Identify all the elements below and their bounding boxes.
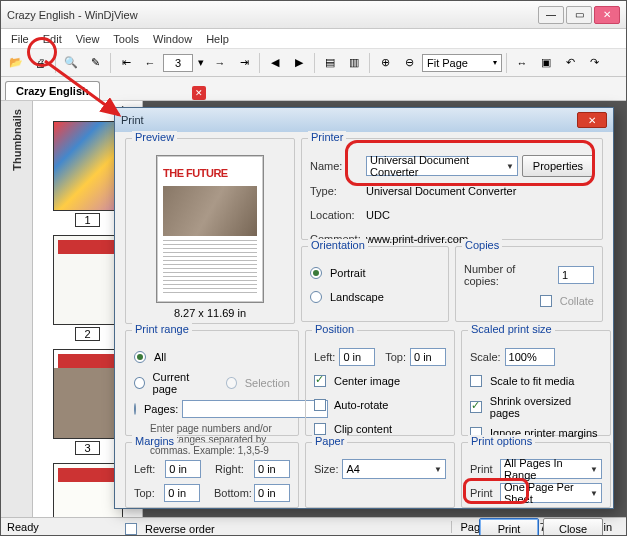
legend-printer: Printer	[308, 131, 346, 143]
radio-pages[interactable]	[134, 403, 136, 415]
group-copies: Copies Number of copies: Collate	[455, 246, 603, 322]
select-icon[interactable]: ✎	[84, 52, 106, 74]
radio-selection	[226, 377, 237, 389]
group-margins: Margins Left:Right: Top:Bottom:	[125, 442, 299, 508]
layout-continuous-icon[interactable]: ▤	[319, 52, 341, 74]
sidebar-tab-thumbnails[interactable]: Thumbnails	[9, 101, 25, 179]
legend-options: Print options	[468, 435, 535, 447]
margin-right-input[interactable]	[254, 460, 290, 478]
find-icon[interactable]: 🔍	[60, 52, 82, 74]
close-button[interactable]: ✕	[594, 6, 620, 24]
first-page-icon[interactable]: ⇤	[115, 52, 137, 74]
zoom-out-icon[interactable]: ⊖	[398, 52, 420, 74]
check-fitmedia[interactable]	[470, 375, 482, 387]
rotate-right-icon[interactable]: ↷	[583, 52, 605, 74]
page-input[interactable]	[163, 54, 193, 72]
print-button[interactable]: Print	[479, 518, 539, 536]
print-dialog: Print ✕ Preview THE FUTURE 8.27 x 11.69 …	[114, 107, 614, 509]
legend-preview: Preview	[132, 131, 177, 143]
printer-name-select[interactable]: Universal Document Converter▼	[366, 156, 518, 176]
status-ready: Ready	[7, 521, 39, 533]
tab-close-icon[interactable]: ✕	[192, 86, 206, 100]
group-preview: Preview THE FUTURE 8.27 x 11.69 in	[125, 138, 295, 324]
menu-tools[interactable]: Tools	[107, 31, 145, 47]
printer-type-label: Type:	[310, 185, 362, 197]
group-paper: Paper Size:A4▼	[305, 442, 455, 508]
pos-left-input[interactable]	[339, 348, 375, 366]
menu-file[interactable]: File	[5, 31, 35, 47]
legend-paper: Paper	[312, 435, 347, 447]
printer-location-label: Location:	[310, 209, 362, 221]
sidebar: Thumbnails	[1, 101, 33, 517]
print-icon[interactable]: 🖨	[29, 52, 51, 74]
group-print-options: Print options PrintAll Pages In Range▼ P…	[461, 442, 611, 508]
check-reverse[interactable]	[125, 523, 137, 535]
dialog-title: Print	[121, 114, 577, 126]
open-icon[interactable]: 📂	[5, 52, 27, 74]
check-shrink[interactable]	[470, 401, 482, 413]
printer-location-value: UDC	[366, 209, 390, 221]
paper-size-select[interactable]: A4▼	[342, 459, 446, 479]
spinner-icon[interactable]: ▾	[195, 52, 207, 74]
preview-dimensions: 8.27 x 11.69 in	[134, 307, 286, 319]
group-print-range: Print range All Current pageSelection Pa…	[125, 330, 299, 436]
tabbar: Crazy English ✕	[1, 77, 626, 101]
toolbar: 📂 🖨 🔍 ✎ ⇤ ← ▾ → ⇥ ◀ ▶ ▤ ▥ ⊕ ⊖ Fit Page▾ …	[1, 49, 626, 77]
print-layout-select[interactable]: One Page Per Sheet▼	[500, 483, 602, 503]
radio-current[interactable]	[134, 377, 145, 389]
legend-position: Position	[312, 323, 357, 335]
legend-range: Print range	[132, 323, 192, 335]
next-page-icon[interactable]: →	[209, 52, 231, 74]
group-printer: Printer Name: Universal Document Convert…	[301, 138, 603, 240]
menu-window[interactable]: Window	[147, 31, 198, 47]
group-scaled: Scaled print size Scale: Scale to fit me…	[461, 330, 611, 436]
copies-input[interactable]	[558, 266, 594, 284]
menu-help[interactable]: Help	[200, 31, 235, 47]
pos-top-input[interactable]	[410, 348, 446, 366]
margin-top-input[interactable]	[164, 484, 200, 502]
printer-name-label: Name:	[310, 160, 362, 172]
printer-comment-value: www.print-driver.com	[366, 233, 468, 245]
window-title: Crazy English - WinDjView	[7, 9, 538, 21]
legend-copies: Copies	[462, 239, 502, 251]
dialog-close-icon[interactable]: ✕	[577, 112, 607, 128]
group-orientation: Orientation Portrait Landscape	[301, 246, 449, 322]
nav-back-icon[interactable]: ◀	[264, 52, 286, 74]
scale-input[interactable]	[505, 348, 555, 366]
margin-bottom-input[interactable]	[254, 484, 290, 502]
properties-button[interactable]: Properties	[522, 155, 594, 177]
rotate-left-icon[interactable]: ↶	[559, 52, 581, 74]
menu-edit[interactable]: Edit	[37, 31, 68, 47]
radio-all[interactable]	[134, 351, 146, 363]
layout-facing-icon[interactable]: ▥	[343, 52, 365, 74]
check-clip[interactable]	[314, 423, 326, 435]
check-collate[interactable]	[540, 295, 552, 307]
menu-view[interactable]: View	[70, 31, 106, 47]
margin-left-input[interactable]	[165, 460, 201, 478]
check-center[interactable]	[314, 375, 326, 387]
nav-forward-icon[interactable]: ▶	[288, 52, 310, 74]
dialog-titlebar[interactable]: Print ✕	[115, 108, 613, 132]
radio-portrait[interactable]	[310, 267, 322, 279]
legend-scaled: Scaled print size	[468, 323, 555, 335]
minimize-button[interactable]: —	[538, 6, 564, 24]
zoom-in-icon[interactable]: ⊕	[374, 52, 396, 74]
radio-landscape[interactable]	[310, 291, 322, 303]
legend-margins: Margins	[132, 435, 177, 447]
copies-num-label: Number of copies:	[464, 263, 550, 287]
printer-type-value: Universal Document Converter	[366, 185, 516, 197]
fit-page-icon[interactable]: ▣	[535, 52, 557, 74]
preview-image: THE FUTURE	[156, 155, 264, 303]
print-mode-select[interactable]: All Pages In Range▼	[500, 459, 602, 479]
last-page-icon[interactable]: ⇥	[233, 52, 255, 74]
menubar: File Edit View Tools Window Help	[1, 29, 626, 49]
fit-width-icon[interactable]: ↔	[511, 52, 533, 74]
prev-page-icon[interactable]: ←	[139, 52, 161, 74]
maximize-button[interactable]: ▭	[566, 6, 592, 24]
group-position: Position Left:Top: Center image Auto-rot…	[305, 330, 455, 436]
check-autorotate[interactable]	[314, 399, 326, 411]
document-tab[interactable]: Crazy English	[5, 81, 100, 100]
titlebar: Crazy English - WinDjView — ▭ ✕	[1, 1, 626, 29]
close-dialog-button[interactable]: Close	[543, 518, 603, 536]
zoom-select[interactable]: Fit Page▾	[422, 54, 502, 72]
